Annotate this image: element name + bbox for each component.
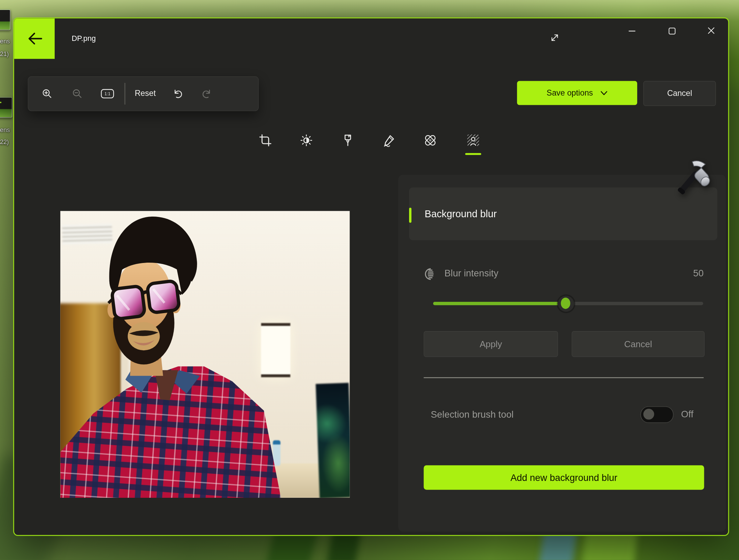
selection-brush-label: Selection brush tool bbox=[431, 408, 514, 421]
save-options-button[interactable]: Save options bbox=[517, 81, 637, 105]
redo-button[interactable] bbox=[192, 83, 222, 105]
actual-size-icon: 1:1 bbox=[100, 88, 115, 99]
desktop-icon-label[interactable]: ens bbox=[0, 38, 10, 45]
blur-intensity-value: 50 bbox=[656, 267, 704, 279]
actual-size-button[interactable]: 1:1 bbox=[93, 83, 123, 105]
slider-fill bbox=[433, 302, 566, 305]
close-button[interactable] bbox=[701, 23, 721, 39]
svg-text:1:1: 1:1 bbox=[105, 91, 110, 96]
tab-retouch[interactable] bbox=[423, 133, 437, 147]
photo-canvas bbox=[60, 211, 350, 498]
close-icon bbox=[707, 27, 715, 34]
cancel-button[interactable]: Cancel bbox=[643, 81, 716, 106]
chevron-down-icon bbox=[600, 91, 608, 96]
blur-intensity-icon bbox=[424, 267, 438, 281]
save-options-label: Save options bbox=[547, 88, 593, 98]
panel-title: Background blur bbox=[425, 187, 497, 240]
panel-accent-bar bbox=[409, 208, 411, 223]
crop-icon bbox=[259, 134, 272, 147]
tab-filter[interactable] bbox=[341, 133, 355, 147]
desktop-icon-screenshot-22[interactable] bbox=[0, 97, 12, 118]
titlebar[interactable] bbox=[14, 18, 728, 59]
selection-brush-toggle[interactable] bbox=[641, 406, 674, 423]
panel-cancel-button[interactable]: Cancel bbox=[572, 331, 705, 357]
panel-divider bbox=[424, 377, 704, 378]
maximize-icon bbox=[668, 27, 676, 35]
add-new-background-blur-button[interactable]: Add new background blur bbox=[424, 465, 704, 490]
tab-adjustment[interactable] bbox=[299, 133, 313, 147]
tab-markup[interactable] bbox=[382, 133, 396, 147]
zoom-in-button[interactable] bbox=[32, 83, 62, 105]
fullscreen-icon bbox=[549, 33, 560, 43]
desktop-icon-label[interactable]: ens bbox=[0, 126, 10, 133]
tab-background[interactable] bbox=[466, 133, 480, 147]
redo-icon bbox=[202, 88, 213, 99]
desktop-icon-label[interactable]: 22) bbox=[0, 139, 9, 146]
minimize-button[interactable] bbox=[622, 23, 642, 39]
background-blur-person-icon bbox=[466, 133, 480, 147]
reset-button[interactable]: Reset bbox=[127, 83, 163, 105]
toolbar-divider bbox=[125, 83, 126, 105]
markup-pen-icon bbox=[382, 134, 395, 147]
undo-icon bbox=[172, 88, 184, 99]
paintbrush-filter-icon bbox=[341, 134, 354, 147]
blur-intensity-label: Blur intensity bbox=[445, 267, 499, 279]
back-button[interactable] bbox=[14, 18, 55, 59]
light-adjustment-icon bbox=[300, 134, 313, 147]
zoom-out-button[interactable] bbox=[62, 83, 93, 105]
desktop-icon-label[interactable]: 21) bbox=[0, 51, 9, 58]
slider-handle[interactable] bbox=[557, 295, 574, 312]
apply-button[interactable]: Apply bbox=[424, 331, 558, 357]
toggle-knob bbox=[643, 409, 654, 420]
back-arrow-icon bbox=[14, 18, 55, 59]
active-tab-indicator bbox=[465, 153, 481, 155]
zoom-in-icon bbox=[42, 88, 53, 99]
maximize-button[interactable] bbox=[662, 23, 682, 39]
zoom-out-icon bbox=[72, 88, 83, 99]
fullscreen-button[interactable] bbox=[544, 30, 565, 46]
hammer-cursor-icon bbox=[669, 155, 715, 200]
window-title: DP.png bbox=[72, 18, 96, 59]
undo-button[interactable] bbox=[163, 83, 193, 105]
blur-intensity-slider[interactable] bbox=[433, 295, 703, 311]
photo-person bbox=[60, 211, 350, 498]
retouch-bandage-icon bbox=[424, 134, 437, 147]
zoom-toolbar: 1:1 Reset bbox=[28, 76, 259, 111]
desktop-icon-screenshot-21[interactable] bbox=[0, 9, 10, 30]
tab-crop[interactable] bbox=[258, 133, 272, 147]
photos-editor-window: DP.png bbox=[13, 18, 729, 536]
toggle-state-label: Off bbox=[681, 408, 694, 420]
minimize-icon bbox=[628, 27, 636, 35]
